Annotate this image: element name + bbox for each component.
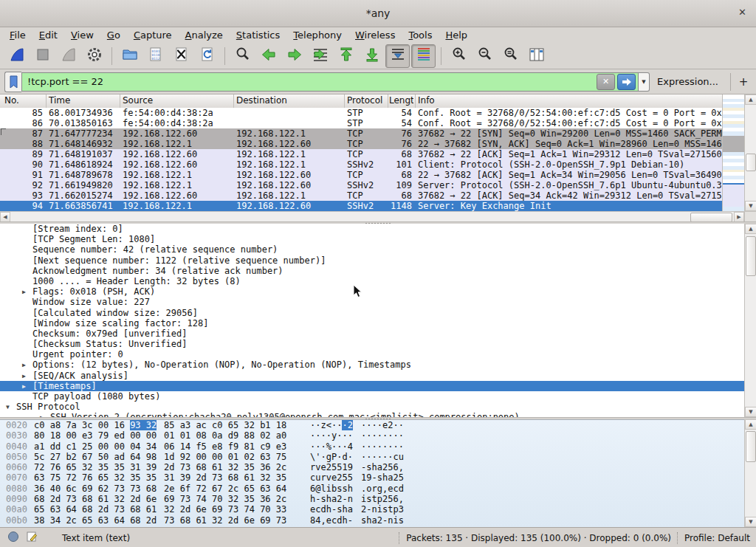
menu-wireless[interactable]: Wireless [348, 29, 402, 41]
packet-row[interactable]: 9471.663856741192.168.122.1192.168.122.6… [0, 201, 722, 211]
scroll-up-icon[interactable]: ▲ [745, 419, 756, 430]
scroll-thumb[interactable] [746, 154, 756, 171]
filter-bookmark-icon[interactable] [4, 72, 21, 92]
add-filter-button[interactable]: + [735, 73, 752, 91]
detail-tree-item[interactable]: ▼SSH Protocol [0, 402, 744, 412]
capture-comment-icon[interactable] [26, 531, 38, 545]
filter-clear-button[interactable]: ✕ [597, 74, 615, 90]
scroll-thumb[interactable] [746, 236, 756, 276]
auto-scroll-button[interactable] [385, 44, 410, 68]
hex-row[interactable]: 003080 18 00 e3 79 ed 00 0001 01 08 0a d… [0, 430, 744, 441]
detail-tree-item[interactable]: Checksum: 0x79ed [unverified] [0, 328, 744, 339]
detail-tree-item[interactable]: TCP payload (1080 bytes) [0, 391, 744, 402]
packet-row[interactable]: 8871.648146932192.168.122.1192.168.122.6… [0, 139, 722, 149]
stop-capture-button[interactable] [30, 44, 55, 68]
scroll-down-icon[interactable]: ▼ [745, 517, 756, 527]
restart-capture-button[interactable] [56, 44, 80, 68]
start-capture-button[interactable] [4, 44, 29, 68]
hex-row[interactable]: 009068 2d 73 68 61 32 2d 6e69 73 74 70 3… [0, 494, 744, 504]
zoom-out-button[interactable] [472, 44, 497, 68]
scroll-right-icon[interactable]: ▶ [734, 212, 744, 222]
resize-columns-button[interactable] [524, 44, 549, 68]
filter-apply-button[interactable] [617, 74, 636, 90]
find-packet-button[interactable] [230, 44, 255, 68]
detail-tree-item[interactable]: 1000 .... = Header Length: 32 bytes (8) [0, 276, 744, 286]
menu-statistics[interactable]: Statistics [230, 29, 286, 41]
go-back-button[interactable] [256, 44, 281, 68]
close-file-button[interactable] [169, 44, 193, 68]
filter-dropdown-button[interactable]: ▼ [639, 72, 650, 92]
scroll-down-icon[interactable]: ▼ [745, 201, 756, 211]
packet-row[interactable]: 8771.647777234192.168.122.60192.168.122.… [0, 128, 722, 139]
detail-tree-item[interactable]: Window size value: 227 [0, 297, 744, 307]
go-to-packet-button[interactable] [308, 44, 332, 68]
go-last-button[interactable] [360, 44, 384, 68]
packet-row[interactable]: 9271.661949820192.168.122.1192.168.122.6… [0, 180, 722, 190]
packet-list-vscrollbar[interactable]: ▲ ▼ [744, 94, 756, 211]
hex-row[interactable]: 0020c0 a8 7a 3c 00 16 93 3285 a3 ac c0 6… [0, 420, 744, 430]
display-filter-input[interactable]: !tcp.port == 22 ✕ [21, 72, 639, 92]
collapsed-arrow-icon[interactable]: ▶ [22, 371, 26, 382]
packet-list-minimap[interactable] [722, 94, 745, 211]
scroll-thumb[interactable] [746, 431, 756, 462]
column-header-no[interactable]: No. [4, 95, 19, 106]
column-header-source[interactable]: Source [123, 95, 153, 106]
column-header-length[interactable]: Length [389, 95, 413, 106]
packet-row[interactable]: 9371.662015274192.168.122.60192.168.122.… [0, 190, 722, 201]
menu-analyze[interactable]: Analyze [179, 29, 230, 41]
column-header-info[interactable]: Info [418, 95, 435, 106]
go-forward-button[interactable] [282, 44, 306, 68]
expert-info-icon[interactable] [7, 531, 19, 545]
open-file-button[interactable] [117, 44, 142, 68]
zoom-in-button[interactable] [447, 44, 471, 68]
scroll-left-icon[interactable]: ◀ [0, 212, 10, 222]
close-window-button[interactable]: ✕ [738, 7, 746, 18]
packet-list-hscrollbar[interactable]: ◀ ▶ [0, 211, 744, 222]
menu-telephony[interactable]: Telephony [286, 29, 348, 41]
packet-row[interactable]: 8971.648191037192.168.122.60192.168.122.… [0, 149, 722, 159]
menu-capture[interactable]: Capture [127, 29, 179, 41]
detail-vscrollbar[interactable]: ▲ ▼ [744, 224, 756, 417]
detail-tree-item[interactable]: ▶Flags: 0x018 (PSH, ACK) [0, 286, 744, 297]
detail-tree-item[interactable]: Acknowledgment number: 34 (relative ack … [0, 266, 744, 276]
expression-button[interactable]: Expression... [650, 76, 726, 87]
scroll-up-icon[interactable]: ▲ [745, 94, 756, 105]
colorize-button[interactable] [411, 44, 436, 68]
detail-tree-item[interactable]: Urgent pointer: 0 [0, 349, 744, 359]
packet-row[interactable]: 9071.648618924192.168.122.60192.168.122.… [0, 159, 722, 170]
hex-row[interactable]: 006072 76 65 32 35 35 31 392d 73 68 61 3… [0, 462, 744, 472]
detail-tree-item[interactable]: [Window size scaling factor: 128] [0, 318, 744, 328]
packet-row[interactable]: 8670.013850163fe:54:00:d4:38:2aSTP54Conf… [0, 118, 722, 128]
collapsed-arrow-icon[interactable]: ▶ [22, 287, 26, 297]
hex-row[interactable]: 00a065 63 64 68 2d 73 68 6132 2d 6e 69 7… [0, 504, 744, 515]
detail-tree-item[interactable]: [Calculated window size: 29056] [0, 308, 744, 318]
column-header-protocol[interactable]: Protocol [347, 95, 382, 106]
scroll-down-icon[interactable]: ▼ [745, 407, 756, 417]
hex-row[interactable]: 007063 75 72 76 65 32 35 3531 39 2d 73 6… [0, 472, 744, 483]
detail-tree-item[interactable]: [Checksum Status: Unverified] [0, 339, 744, 349]
expanded-arrow-icon[interactable]: ▼ [6, 402, 10, 413]
detail-tree-item[interactable]: [TCP Segment Len: 1080] [0, 234, 744, 244]
save-file-button[interactable]: 010101100112 [143, 44, 168, 68]
menu-go[interactable]: Go [100, 29, 127, 41]
menu-file[interactable]: File [3, 29, 32, 41]
hex-row[interactable]: 00b038 34 2c 65 63 64 68 2d73 68 61 32 2… [0, 515, 744, 526]
menu-tools[interactable]: Tools [402, 29, 439, 41]
profile-status[interactable]: Profile: Default [684, 533, 750, 543]
capture-options-button[interactable] [82, 44, 106, 68]
menu-view[interactable]: View [64, 29, 100, 41]
hex-row[interactable]: 00505c 27 b2 67 50 ad 64 981d 92 00 00 0… [0, 452, 744, 462]
detail-tree-item[interactable]: ▶Options: (12 bytes), No-Operation (NOP)… [0, 359, 744, 370]
go-first-button[interactable] [334, 44, 358, 68]
detail-tree-item[interactable]: ▶SSH Version 2 (encryption:chacha20-poly… [0, 412, 744, 417]
detail-tree-item[interactable]: Sequence number: 42 (relative sequence n… [0, 244, 744, 255]
bytes-vscrollbar[interactable]: ▲ ▼ [744, 419, 756, 527]
column-header-time[interactable]: Time [49, 95, 70, 106]
scroll-up-icon[interactable]: ▲ [745, 224, 756, 234]
menu-help[interactable]: Help [439, 29, 474, 41]
column-header-destination[interactable]: Destination [236, 95, 287, 106]
packet-row[interactable]: 8568.001734936fe:54:00:d4:38:2aSTP54Conf… [0, 108, 722, 118]
hex-row[interactable]: 008036 40 6c 69 62 73 73 682e 6f 72 67 2… [0, 484, 744, 494]
detail-tree-item[interactable]: [Stream index: 0] [0, 224, 744, 234]
hex-row[interactable]: 0040a1 dd c1 25 00 00 04 3406 14 f5 e8 f… [0, 441, 744, 452]
